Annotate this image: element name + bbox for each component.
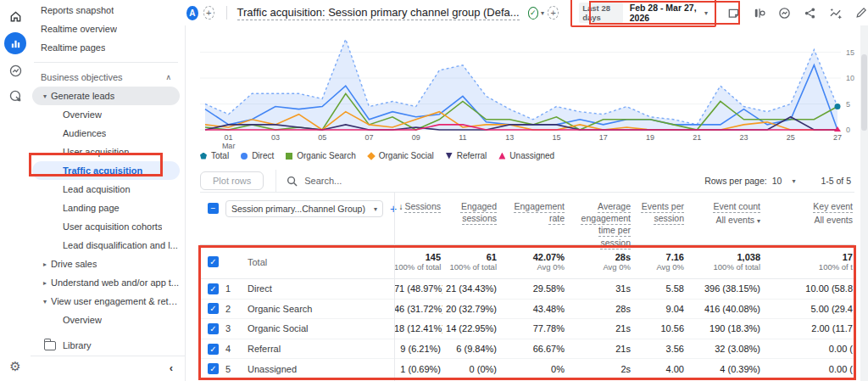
- table-row-organic-social: ✓3Organic Social18 (12.41%)14 (22.95%)77…: [200, 319, 854, 339]
- settings-gear-icon[interactable]: ⚙: [0, 359, 31, 374]
- scrollbar-track[interactable]: [860, 25, 868, 381]
- plot-rows-button[interactable]: Plot rows: [200, 171, 264, 190]
- sessions-over-time-chart[interactable]: 05101501Mar03050709111315171921232527: [200, 26, 854, 150]
- row-checkbox[interactable]: ✓: [208, 344, 219, 355]
- legend-referral[interactable]: Referral: [446, 151, 487, 160]
- sidebar-item-overview[interactable]: Overview: [32, 311, 180, 329]
- row-checkbox[interactable]: ✓: [208, 303, 219, 314]
- svg-text:03: 03: [271, 133, 280, 142]
- col-key-events[interactable]: Key eventAll events: [762, 200, 854, 226]
- ga4-app: ⚙ Reports snapshotRealtime overviewRealt…: [0, 0, 868, 381]
- sidebar-item-overview[interactable]: Overview: [32, 105, 180, 124]
- svg-text:10: 10: [846, 74, 854, 82]
- svg-text:21: 21: [693, 133, 701, 142]
- table-column-divider: [394, 193, 395, 381]
- channel-name[interactable]: Organic Social: [248, 323, 394, 333]
- sidebar-item-view-user-engagement-rete[interactable]: ▾View user engagement & rete...: [32, 292, 180, 311]
- channel-name[interactable]: Direct: [248, 283, 394, 294]
- rows-per-page-caret-icon[interactable]: ▾: [792, 177, 795, 185]
- svg-text:17: 17: [599, 133, 608, 142]
- date-preset-chip: Last 28 days: [579, 3, 623, 23]
- table-total-row: ✓ Total 145100% of total61100% of total4…: [200, 245, 854, 279]
- dimension-selector[interactable]: Session primary...Channel Group) ▾: [225, 200, 383, 217]
- sidebar-item-lead-disqualification-and-l[interactable]: Lead disqualification and l...: [32, 236, 180, 255]
- insights-spark-icon[interactable]: [828, 6, 843, 20]
- chart-legend: TotalDirectOrganic SearchOrganic SocialR…: [200, 151, 554, 160]
- caret-icon: ▾: [39, 298, 51, 305]
- svg-text:27: 27: [833, 133, 842, 142]
- sidebar-item-lead-acquisition[interactable]: Lead acquisition: [32, 180, 180, 199]
- table-row-referral: ✓4Referral9 (6.21%)6 (9.84%)66.67%21s3.5…: [200, 339, 854, 360]
- legend-direct[interactable]: Direct: [241, 151, 274, 160]
- col-avg-engagement-time[interactable]: Average engagement time per session: [566, 200, 632, 249]
- controls-divider: [275, 170, 276, 192]
- row-checkbox[interactable]: ✓: [208, 283, 219, 294]
- status-caret-icon[interactable]: ▾: [541, 9, 544, 17]
- insights-circle-icon[interactable]: [777, 6, 792, 20]
- legend-marker-icon: [200, 153, 207, 160]
- sidebar-item-realtime-overview[interactable]: Realtime overview: [32, 20, 180, 38]
- select-all-checkbox[interactable]: −: [208, 203, 219, 214]
- svg-text:5: 5: [846, 100, 850, 109]
- total-row-checkbox[interactable]: ✓: [208, 256, 219, 267]
- svg-text:09: 09: [412, 133, 420, 142]
- explore-icon[interactable]: [0, 58, 31, 83]
- svg-text:23: 23: [739, 133, 748, 142]
- legend-marker-icon: [367, 152, 376, 160]
- add-comparison-chip[interactable]: +: [203, 6, 214, 20]
- collapse-chevron-icon[interactable]: ∧: [165, 73, 171, 81]
- scrollbar-thumb[interactable]: [861, 54, 867, 131]
- col-event-count[interactable]: Event countAll events ▾: [686, 200, 762, 227]
- table-search: [287, 176, 704, 187]
- svg-text:15: 15: [846, 48, 854, 57]
- sidebar-item-drive-sales[interactable]: ▸Drive sales: [32, 255, 180, 273]
- search-icon: [287, 176, 298, 187]
- col-engaged-sessions[interactable]: Engaged sessions: [442, 200, 498, 224]
- col-sessions[interactable]: ↓Sessions: [394, 200, 442, 213]
- sidebar-item-reports-snapshot[interactable]: Reports snapshot: [32, 1, 180, 20]
- sidebar-item-library[interactable]: Library: [32, 336, 180, 355]
- col-events-per-session[interactable]: Events per session: [632, 200, 686, 224]
- report-status-check-icon[interactable]: ✓: [528, 7, 538, 20]
- legend-organic-social[interactable]: Organic Social: [368, 151, 434, 160]
- sidebar-item-traffic-acquisition[interactable]: Traffic acquisition: [32, 161, 180, 180]
- note-icon[interactable]: [726, 6, 741, 20]
- rows-per-page-value[interactable]: 10: [772, 176, 782, 186]
- share-icon[interactable]: [803, 6, 817, 20]
- sidebar-item-realtime-pages[interactable]: Realtime pages: [32, 38, 180, 57]
- sidebar-item-understand-web-and-or-app-t[interactable]: ▸Understand web and/or app t...: [32, 273, 180, 292]
- svg-text:25: 25: [787, 133, 795, 142]
- table-row-organic-search: ✓2Organic Search46 (31.72%)20 (32.79%)43…: [200, 300, 854, 320]
- caret-icon: ▾: [39, 92, 51, 100]
- sidebar-item-audiences[interactable]: Audiences: [32, 124, 180, 143]
- header-actions: [726, 6, 868, 20]
- channel-name[interactable]: Organic Search: [248, 304, 394, 314]
- property-avatar[interactable]: A: [186, 6, 198, 20]
- date-range-value: Feb 28 - Mar 27, 2026: [630, 3, 698, 23]
- comparison-icon[interactable]: [752, 6, 766, 20]
- sidebar-item-business-objectives[interactable]: Business objectives∧: [32, 68, 180, 87]
- date-range-picker[interactable]: Last 28 days Feb 28 - Mar 27, 2026 ▾: [570, 0, 716, 27]
- col-engagement-rate[interactable]: Engagement rate: [498, 200, 566, 224]
- sidebar-item-user-acquisition[interactable]: User acquisition: [32, 143, 180, 161]
- legend-marker-icon: [498, 153, 505, 160]
- reports-icon[interactable]: [0, 29, 31, 58]
- channel-name[interactable]: Unassigned: [248, 364, 394, 374]
- row-checkbox[interactable]: ✓: [208, 363, 219, 374]
- row-checkbox[interactable]: ✓: [208, 323, 219, 334]
- svg-text:13: 13: [505, 133, 514, 142]
- legend-unassigned[interactable]: Unassigned: [498, 151, 554, 160]
- sidebar-item-landing-page[interactable]: Landing page: [32, 199, 180, 217]
- edit-pencil-icon[interactable]: [854, 6, 868, 20]
- legend-organic-search[interactable]: Organic Search: [286, 151, 355, 160]
- legend-total[interactable]: Total: [200, 151, 229, 160]
- channel-name[interactable]: Referral: [248, 344, 394, 354]
- sidebar-item-user-acquisition-cohorts[interactable]: User acquisition cohorts: [32, 217, 180, 236]
- sidebar-item-generate-leads[interactable]: ▾Generate leads: [32, 87, 180, 105]
- advertising-icon[interactable]: [0, 83, 31, 109]
- add-chip[interactable]: +: [548, 6, 559, 20]
- search-input[interactable]: [304, 176, 491, 186]
- collapse-sidebar-button[interactable]: ‹: [31, 356, 185, 379]
- report-title[interactable]: Traffic acquisition: Session primary cha…: [237, 6, 520, 20]
- home-icon[interactable]: [0, 3, 31, 29]
